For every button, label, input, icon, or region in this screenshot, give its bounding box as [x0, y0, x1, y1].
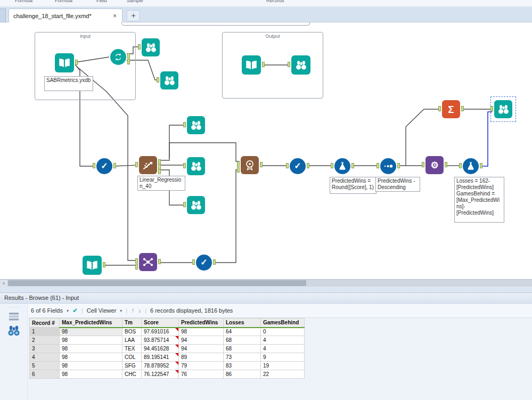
- table-cell[interactable]: 64: [224, 328, 261, 336]
- workflow-tab[interactable]: challenge_18_start_flle.yxmd* ×: [9, 9, 122, 22]
- column-header[interactable]: GamesBehind: [261, 319, 305, 328]
- output-data-tool[interactable]: [291, 55, 310, 75]
- table-cell[interactable]: 98: [179, 328, 224, 336]
- table-cell[interactable]: 5: [30, 362, 60, 370]
- input-anchor[interactable]: [183, 122, 186, 127]
- table-cell[interactable]: 89.195141: [142, 353, 179, 362]
- select-tool-1[interactable]: ✓: [96, 158, 112, 174]
- table-row[interactable]: 498COL89.19514189739: [30, 353, 305, 362]
- input-data-tool[interactable]: [55, 53, 74, 72]
- panel-splitter[interactable]: [0, 287, 532, 292]
- input-anchor-m[interactable]: [237, 167, 240, 173]
- new-tab-button[interactable]: +: [127, 10, 140, 21]
- select-tool-3[interactable]: ✓: [196, 255, 212, 271]
- table-cell[interactable]: 73: [224, 353, 261, 362]
- results-table[interactable]: Record #Max_PredictedWinsTmScorePredicte…: [29, 318, 305, 379]
- table-row[interactable]: 598SFG78.878952798319: [30, 362, 305, 370]
- table-cell[interactable]: 3: [30, 345, 60, 353]
- table-cell[interactable]: 86: [224, 370, 261, 379]
- output-input-data-tool[interactable]: [242, 55, 261, 75]
- browse-tool-2[interactable]: [160, 71, 178, 89]
- join-tool[interactable]: [139, 253, 157, 271]
- table-cell[interactable]: 98: [60, 362, 122, 370]
- browse-tool-4[interactable]: [187, 157, 205, 175]
- output-anchor[interactable]: [461, 106, 464, 111]
- table-cell[interactable]: 98: [60, 353, 122, 362]
- table-cell[interactable]: 98: [60, 336, 122, 345]
- scroll-left-arrow[interactable]: ‹: [0, 280, 7, 287]
- output-anchor[interactable]: [113, 163, 116, 168]
- palette-label[interactable]: Records: [266, 0, 284, 3]
- output-anchor[interactable]: [445, 162, 447, 167]
- collapsed-panel-stub[interactable]: [0, 9, 6, 22]
- column-header[interactable]: Record #: [30, 319, 60, 328]
- table-cell[interactable]: 68: [224, 345, 261, 353]
- table-cell[interactable]: 79: [179, 362, 224, 370]
- apply-check-icon[interactable]: ✔: [72, 307, 78, 314]
- table-cell[interactable]: 98: [60, 370, 122, 379]
- table-cell[interactable]: TEX: [122, 345, 142, 353]
- table-cell[interactable]: 6: [30, 370, 60, 379]
- browse-tool-3[interactable]: [187, 116, 205, 134]
- output-anchor[interactable]: [103, 262, 105, 267]
- table-row[interactable]: 698CHC76.122547768622: [30, 370, 305, 379]
- table-cell[interactable]: 4: [261, 345, 305, 353]
- browse-tool-selected[interactable]: [494, 100, 512, 118]
- annotation-formula-predictedwins[interactable]: PredictedWins = Round([Score], 1): [330, 177, 377, 194]
- input-data-tool-2[interactable]: [83, 256, 102, 275]
- sort-tool[interactable]: [380, 158, 396, 174]
- down-arrow-icon[interactable]: ↓: [138, 307, 141, 314]
- formula-tool-1[interactable]: [334, 158, 350, 174]
- column-header[interactable]: PredictedWins: [179, 319, 224, 328]
- output-anchor[interactable]: [351, 163, 354, 168]
- table-cell[interactable]: 93.875714: [142, 336, 179, 345]
- table-cell[interactable]: 2: [30, 336, 60, 345]
- input-anchor[interactable]: [183, 202, 186, 207]
- table-cell[interactable]: 19: [261, 362, 305, 370]
- output-anchor-i[interactable]: [127, 59, 130, 64]
- input-anchor[interactable]: [192, 259, 195, 265]
- linear-regression-tool[interactable]: [139, 156, 157, 174]
- input-anchor[interactable]: [157, 77, 159, 83]
- multi-field-tool[interactable]: ⚙: [425, 156, 444, 174]
- output-anchor[interactable]: [397, 163, 400, 168]
- input-anchor[interactable]: [331, 163, 333, 168]
- output-anchor-r[interactable]: [127, 53, 130, 59]
- table-cell[interactable]: 76.122547: [142, 370, 179, 379]
- table-cell[interactable]: 94: [179, 345, 224, 353]
- horizontal-scrollbar[interactable]: ‹: [0, 279, 532, 287]
- model-tool[interactable]: [110, 49, 126, 65]
- table-view-icon[interactable]: [8, 312, 20, 321]
- input-anchor[interactable]: [93, 163, 95, 168]
- input-anchor-l[interactable]: [135, 258, 138, 264]
- output-anchor-i[interactable]: [158, 169, 161, 174]
- table-cell[interactable]: 94.451628: [142, 345, 179, 353]
- annotation-sort[interactable]: PredictedWins - Descending: [375, 177, 420, 192]
- table-cell[interactable]: SFG: [122, 362, 142, 370]
- table-cell[interactable]: BOS: [122, 328, 142, 336]
- output-anchor[interactable]: [262, 62, 265, 67]
- input-anchor-r[interactable]: [135, 264, 138, 270]
- input-anchor[interactable]: [288, 62, 290, 67]
- annotation-formula-losses[interactable]: Losses = 162-[PredictedWins] GamesBehind…: [454, 177, 504, 223]
- input-anchor[interactable]: [490, 106, 493, 111]
- input-anchor[interactable]: [138, 44, 141, 50]
- palette-label[interactable]: Field: [96, 0, 107, 3]
- close-tab-icon[interactable]: ×: [112, 12, 118, 20]
- fields-dropdown[interactable]: 6 of 6 Fields: [31, 307, 63, 314]
- cell-viewer-dropdown[interactable]: Cell Viewer: [87, 307, 116, 314]
- output-anchor[interactable]: [158, 259, 161, 264]
- table-cell[interactable]: 4: [261, 336, 305, 345]
- summarize-tool[interactable]: Σ: [442, 100, 460, 118]
- scrollbar-thumb[interactable]: [8, 280, 306, 286]
- table-cell[interactable]: 83: [224, 362, 261, 370]
- table-cell[interactable]: 76: [179, 370, 224, 379]
- table-cell[interactable]: 4: [30, 353, 60, 362]
- output-anchor[interactable]: [480, 163, 482, 168]
- output-anchor[interactable]: [213, 259, 216, 265]
- container-partial[interactable]: [121, 22, 310, 26]
- input-anchor[interactable]: [135, 162, 138, 167]
- input-anchor[interactable]: [459, 163, 462, 168]
- select-tool-2[interactable]: ✓: [290, 158, 306, 174]
- table-cell[interactable]: 68: [224, 336, 261, 345]
